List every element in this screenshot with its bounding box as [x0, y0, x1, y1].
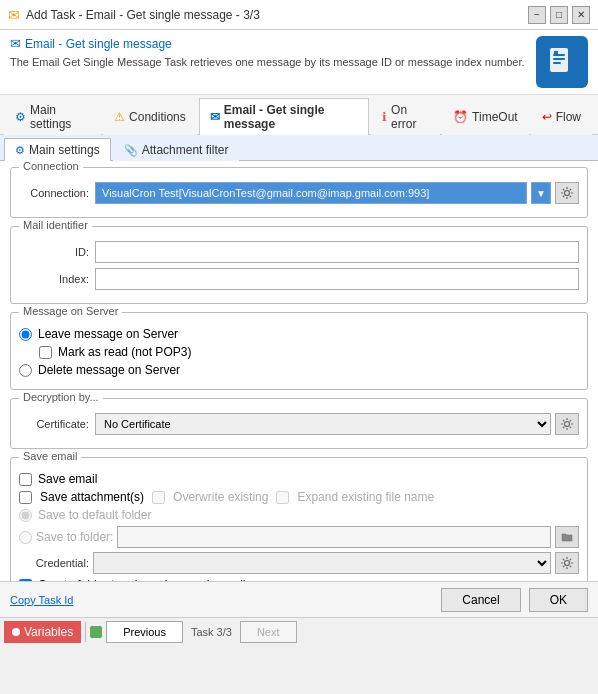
- connection-value[interactable]: VisualCron Test[VisualCronTest@gmail.com…: [95, 182, 527, 204]
- connection-section-label: Connection: [19, 161, 83, 172]
- save-email-row: Save email: [19, 472, 579, 486]
- id-input[interactable]: [95, 241, 579, 263]
- content-area: Connection Connection: VisualCron Test[V…: [0, 161, 598, 581]
- minimize-button[interactable]: −: [528, 6, 546, 24]
- cert-row: Certificate: No Certificate: [19, 413, 579, 435]
- sub-main-icon: ⚙: [15, 144, 25, 157]
- folder-path-input[interactable]: [117, 526, 551, 548]
- cert-select[interactable]: No Certificate: [95, 413, 551, 435]
- save-email-section: Save email Save email Save attachment(s)…: [10, 457, 588, 581]
- header-link-text[interactable]: Email - Get single message: [25, 37, 172, 51]
- credential-label: Credential:: [19, 557, 89, 569]
- delete-radio[interactable]: [19, 364, 32, 377]
- header-mail-icon: ✉: [10, 36, 21, 51]
- save-default-row: Save to default folder: [19, 508, 579, 522]
- nav-controls: Previous: [90, 621, 183, 643]
- save-default-radio[interactable]: [19, 509, 32, 522]
- header-title-link[interactable]: ✉ Email - Get single message: [10, 36, 526, 51]
- save-email-checkbox[interactable]: [19, 473, 32, 486]
- cert-select-row: No Certificate: [95, 413, 579, 435]
- connection-label: Connection:: [19, 187, 89, 199]
- header-section: ✉ Email - Get single message The Email G…: [0, 30, 598, 95]
- status-bar: Variables Previous Task 3/3 Next: [0, 617, 598, 645]
- title-text: Add Task - Email - Get single message - …: [26, 8, 528, 22]
- next-button[interactable]: Next: [240, 621, 297, 643]
- msg-server-label: Message on Server: [19, 305, 122, 317]
- tab-flow[interactable]: ↩ Flow: [531, 98, 592, 135]
- on-error-icon: ℹ: [382, 110, 387, 124]
- svg-point-7: [565, 561, 570, 566]
- save-email-label: Save email: [38, 472, 97, 486]
- credential-btn[interactable]: [555, 552, 579, 574]
- cert-action-btn[interactable]: [555, 413, 579, 435]
- tab-conditions[interactable]: ⚠ Conditions: [103, 98, 197, 135]
- bottom-bar: Copy Task Id Cancel OK: [0, 581, 598, 617]
- flow-icon: ↩: [542, 110, 552, 124]
- save-default-label: Save to default folder: [38, 508, 151, 522]
- maximize-button[interactable]: □: [550, 6, 568, 24]
- mark-as-read-label: Mark as read (not POP3): [58, 345, 191, 359]
- message-on-server-section: Message on Server Leave message on Serve…: [10, 312, 588, 390]
- svg-point-6: [565, 422, 570, 427]
- copy-task-id-link[interactable]: Copy Task Id: [10, 594, 73, 606]
- variables-button[interactable]: Variables: [4, 621, 81, 643]
- tab-timeout[interactable]: ⏰ TimeOut: [442, 98, 529, 135]
- save-to-folder-label: Save to folder:: [36, 530, 113, 544]
- connection-dropdown-btn[interactable]: ▼: [531, 182, 551, 204]
- title-bar: ✉ Add Task - Email - Get single message …: [0, 0, 598, 30]
- cred-gear-icon: [560, 556, 574, 570]
- create-folder-row: Create folder tree based on each email: [19, 578, 579, 581]
- header-doc-icon: [546, 46, 578, 78]
- mail-id-section-label: Mail identifier: [19, 219, 92, 231]
- index-label: Index:: [19, 273, 89, 285]
- expand-label: Expand existing file name: [297, 490, 434, 504]
- index-input[interactable]: [95, 268, 579, 290]
- overwrite-label: Overwrite existing: [173, 490, 268, 504]
- variables-label: Variables: [24, 625, 73, 639]
- id-row: ID:: [19, 241, 579, 263]
- mark-as-read-checkbox[interactable]: [39, 346, 52, 359]
- header-icon-box: [536, 36, 588, 88]
- leave-radio[interactable]: [19, 328, 32, 341]
- sub-tab-main-settings[interactable]: ⚙ Main settings: [4, 138, 111, 161]
- svg-rect-2: [553, 58, 565, 60]
- leave-radio-label: Leave message on Server: [38, 327, 178, 341]
- create-folder-label: Create folder tree based on each email: [38, 578, 245, 581]
- cancel-button[interactable]: Cancel: [441, 588, 520, 612]
- tab-email-get-single[interactable]: ✉ Email - Get single message: [199, 98, 369, 135]
- header-left: ✉ Email - Get single message The Email G…: [10, 36, 526, 70]
- decryption-label: Decryption by...: [19, 391, 103, 403]
- connection-action-btn[interactable]: [555, 182, 579, 204]
- create-folder-checkbox[interactable]: [19, 579, 32, 582]
- tab-on-error[interactable]: ℹ On error: [371, 98, 440, 135]
- variables-dot: [12, 628, 20, 636]
- overwrite-existing-checkbox[interactable]: [152, 491, 165, 504]
- sub-tab-attachment-filter[interactable]: 📎 Attachment filter: [113, 138, 240, 161]
- nav-indicator: [90, 626, 102, 638]
- credential-row: Credential:: [19, 552, 579, 574]
- save-attachments-checkbox[interactable]: [19, 491, 32, 504]
- browse-folder-btn[interactable]: [555, 526, 579, 548]
- close-button[interactable]: ✕: [572, 6, 590, 24]
- conditions-icon: ⚠: [114, 110, 125, 124]
- save-to-folder-row: Save to folder:: [19, 526, 579, 548]
- id-label: ID:: [19, 246, 89, 258]
- cert-label: Certificate:: [19, 418, 89, 430]
- tab-main-settings[interactable]: ⚙ Main settings: [4, 98, 101, 135]
- attachment-icon: 📎: [124, 144, 138, 157]
- previous-button[interactable]: Previous: [106, 621, 183, 643]
- save-attachments-row: Save attachment(s) Overwrite existing Ex…: [19, 490, 579, 504]
- save-email-section-label: Save email: [19, 450, 81, 462]
- connection-gear-icon: [560, 186, 574, 200]
- ok-button[interactable]: OK: [529, 588, 588, 612]
- timeout-icon: ⏰: [453, 110, 468, 124]
- connection-select-row: VisualCron Test[VisualCronTest@gmail.com…: [95, 182, 579, 204]
- main-tabs: ⚙ Main settings ⚠ Conditions ✉ Email - G…: [0, 95, 598, 135]
- save-to-folder-radio[interactable]: [19, 531, 32, 544]
- expand-filename-checkbox[interactable]: [276, 491, 289, 504]
- svg-rect-3: [553, 62, 561, 64]
- main-settings-icon: ⚙: [15, 110, 26, 124]
- delete-radio-label: Delete message on Server: [38, 363, 180, 377]
- delete-message-row: Delete message on Server: [19, 363, 579, 377]
- credential-select[interactable]: [93, 552, 551, 574]
